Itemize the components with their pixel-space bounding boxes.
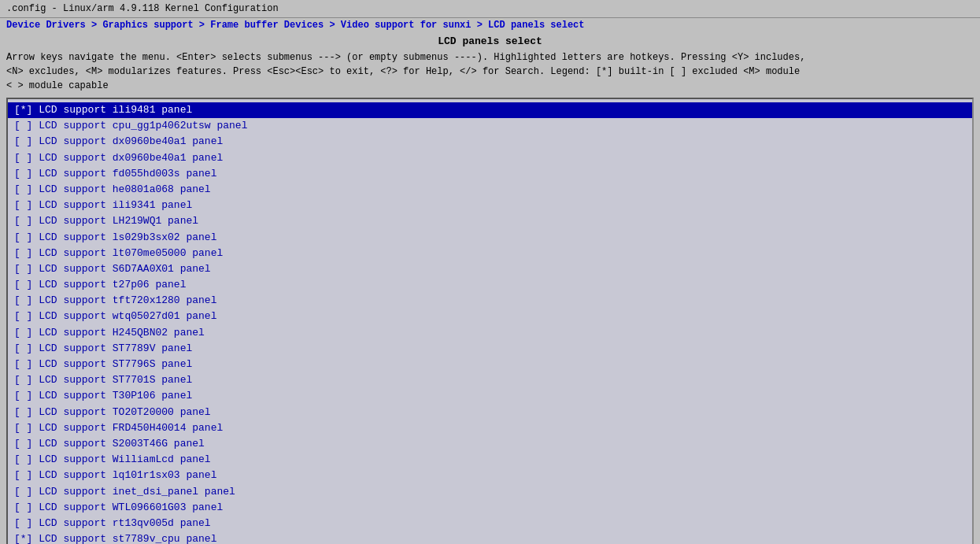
menu-item-ST7701S[interactable]: [ ] LCD support ST7701S panel bbox=[8, 372, 972, 388]
menu-item-label: LCD support T30P106 panel bbox=[32, 390, 192, 402]
menu-item-dx0960be40a1_2[interactable]: [ ] LCD support dx0960be40a1 panel bbox=[8, 150, 972, 166]
menu-item-label: LCD support ili9481 panel bbox=[32, 104, 192, 116]
menu-item-WilliamLcd[interactable]: [ ] LCD support WilliamLcd panel bbox=[8, 452, 972, 468]
menu-item-label: LCD support fd055hd003s panel bbox=[32, 168, 216, 179]
menu-item-prefix: [*] bbox=[14, 104, 32, 116]
menu-item-rt13qv005d[interactable]: [ ] LCD support rt13qv005d panel bbox=[8, 516, 972, 531]
menu-item-prefix: [ ] bbox=[14, 152, 32, 164]
menu-item-prefix: [ ] bbox=[14, 390, 32, 402]
menu-item-label: LCD support lq101r1sx03 panel bbox=[32, 469, 216, 481]
menu-item-label: LCD support cpu_gg1p4062utsw panel bbox=[32, 120, 247, 131]
menu-item-LH219WQ1[interactable]: [ ] LCD support LH219WQ1 panel bbox=[8, 213, 972, 229]
menu-item-label: LCD support TO20T20000 panel bbox=[32, 406, 210, 418]
menu-item-tft720x1280[interactable]: [ ] LCD support tft720x1280 panel bbox=[8, 293, 972, 309]
menu-item-lt070me05000[interactable]: [ ] LCD support lt070me05000 panel bbox=[8, 246, 972, 261]
breadcrumb-text: Device Drivers > Graphics support > Fram… bbox=[6, 20, 585, 31]
menu-item-prefix: [ ] bbox=[14, 501, 32, 513]
menu-item-wtq05027d01[interactable]: [ ] LCD support wtq05027d01 panel bbox=[8, 309, 972, 324]
menu-item-S6D7AA0X01[interactable]: [ ] LCD support S6D7AA0X01 panel bbox=[8, 261, 972, 277]
menu-item-prefix: [ ] bbox=[14, 120, 32, 131]
menu-item-prefix: [ ] bbox=[14, 422, 32, 434]
menu-item-ili9341[interactable]: [ ] LCD support ili9341 panel bbox=[8, 198, 972, 213]
menu-item-lq101r1sx03[interactable]: [ ] LCD support lq101r1sx03 panel bbox=[8, 468, 972, 483]
menu-item-label: LCD support ili9341 panel bbox=[32, 199, 192, 211]
main-content: LCD panels select Arrow keys navigate th… bbox=[0, 32, 980, 544]
menu-item-label: LCD support LH219WQ1 panel bbox=[32, 215, 198, 227]
menu-item-inet_dsi_panel[interactable]: [ ] LCD support inet_dsi_panel panel bbox=[8, 484, 972, 500]
menu-item-prefix: [ ] bbox=[14, 438, 32, 450]
help-text: Arrow keys navigate the menu. <Enter> se… bbox=[6, 50, 974, 93]
menu-item-dx0960be40a1_1[interactable]: [ ] LCD support dx0960be40a1 panel bbox=[8, 134, 972, 150]
menu-item-prefix: [ ] bbox=[14, 183, 32, 195]
menu-item-S2003T46G[interactable]: [ ] LCD support S2003T46G panel bbox=[8, 436, 972, 452]
menu-item-label: LCD support dx0960be40a1 panel bbox=[32, 135, 223, 147]
menu-item-prefix: [ ] bbox=[14, 279, 32, 291]
title-bar: .config - Linux/arm 4.9.118 Kernel Confi… bbox=[0, 0, 980, 18]
panel-title: LCD panels select bbox=[6, 35, 974, 47]
menu-item-ili9481[interactable]: [*] LCD support ili9481 panel bbox=[8, 102, 972, 118]
menu-item-label: LCD support wtq05027d01 panel bbox=[32, 310, 216, 322]
menu-item-FRD450H40014[interactable]: [ ] LCD support FRD450H40014 panel bbox=[8, 420, 972, 436]
menu-item-prefix: [ ] bbox=[14, 342, 32, 354]
menu-item-prefix: [ ] bbox=[14, 469, 32, 481]
menu-item-label: LCD support S2003T46G panel bbox=[32, 438, 204, 450]
menu-item-prefix: [ ] bbox=[14, 215, 32, 227]
menu-item-label: LCD support st7789v_cpu panel bbox=[32, 533, 216, 544]
menu-item-prefix: [ ] bbox=[14, 453, 32, 465]
menu-item-label: LCD support tft720x1280 panel bbox=[32, 294, 216, 306]
menu-item-prefix: [ ] bbox=[14, 327, 32, 339]
breadcrumb-bar: Device Drivers > Graphics support > Fram… bbox=[0, 18, 980, 32]
menu-item-prefix: [ ] bbox=[14, 358, 32, 370]
menu-item-ST7796S[interactable]: [ ] LCD support ST7796S panel bbox=[8, 357, 972, 372]
menu-item-prefix: [ ] bbox=[14, 294, 32, 306]
menu-item-label: LCD support rt13qv005d panel bbox=[32, 517, 210, 529]
menu-item-H245QBN02[interactable]: [ ] LCD support H245QBN02 panel bbox=[8, 325, 972, 341]
menu-item-prefix: [ ] bbox=[14, 406, 32, 418]
menu-item-prefix: [ ] bbox=[14, 168, 32, 179]
menu-item-label: LCD support H245QBN02 panel bbox=[32, 327, 204, 339]
menu-item-ST7789V[interactable]: [ ] LCD support ST7789V panel bbox=[8, 341, 972, 357]
menu-item-t27p06[interactable]: [ ] LCD support t27p06 panel bbox=[8, 277, 972, 293]
menu-item-prefix: [ ] bbox=[14, 199, 32, 211]
menu-item-prefix: [ ] bbox=[14, 247, 32, 259]
menu-item-label: LCD support dx0960be40a1 panel bbox=[32, 152, 223, 164]
menu-item-prefix: [ ] bbox=[14, 486, 32, 498]
menu-item-label: LCD support ST7701S panel bbox=[32, 374, 192, 386]
menu-item-cpu_gg1p4062utsw[interactable]: [ ] LCD support cpu_gg1p4062utsw panel bbox=[8, 118, 972, 134]
menu-item-label: LCD support ST7796S panel bbox=[32, 358, 192, 370]
menu-item-prefix: [ ] bbox=[14, 517, 32, 529]
menu-item-ls029b3sx02[interactable]: [ ] LCD support ls029b3sx02 panel bbox=[8, 230, 972, 246]
menu-item-prefix: [ ] bbox=[14, 263, 32, 275]
menu-item-label: LCD support FRD450H40014 panel bbox=[32, 422, 223, 434]
menu-item-prefix: [ ] bbox=[14, 374, 32, 386]
menu-item-label: LCD support S6D7AA0X01 panel bbox=[32, 263, 210, 275]
menu-container[interactable]: [*] LCD support ili9481 panel[ ] LCD sup… bbox=[6, 98, 974, 544]
menu-item-fd055hd003s[interactable]: [ ] LCD support fd055hd003s panel bbox=[8, 166, 972, 182]
menu-item-prefix: [*] bbox=[14, 533, 32, 544]
menu-item-he0801a068[interactable]: [ ] LCD support he0801a068 panel bbox=[8, 182, 972, 198]
title-text: .config - Linux/arm 4.9.118 Kernel Confi… bbox=[6, 3, 279, 14]
menu-item-label: LCD support lt070me05000 panel bbox=[32, 247, 223, 259]
menu-item-TO20T20000[interactable]: [ ] LCD support TO20T20000 panel bbox=[8, 405, 972, 420]
menu-item-prefix: [ ] bbox=[14, 135, 32, 147]
menu-item-prefix: [ ] bbox=[14, 310, 32, 322]
menu-item-label: LCD support ST7789V panel bbox=[32, 342, 192, 354]
menu-item-T30P106[interactable]: [ ] LCD support T30P106 panel bbox=[8, 388, 972, 404]
menu-item-label: LCD support WTL096601G03 panel bbox=[32, 501, 223, 513]
menu-item-label: LCD support ls029b3sx02 panel bbox=[32, 231, 216, 243]
menu-item-prefix: [ ] bbox=[14, 231, 32, 243]
menu-item-WTL096601G03[interactable]: [ ] LCD support WTL096601G03 panel bbox=[8, 500, 972, 516]
menu-item-st7789v_cpu[interactable]: [*] LCD support st7789v_cpu panel bbox=[8, 531, 972, 544]
menu-item-label: LCD support he0801a068 panel bbox=[32, 183, 210, 195]
app-window: .config - Linux/arm 4.9.118 Kernel Confi… bbox=[0, 0, 980, 544]
menu-item-label: LCD support inet_dsi_panel panel bbox=[32, 486, 235, 498]
menu-item-label: LCD support WilliamLcd panel bbox=[32, 453, 210, 465]
menu-item-label: LCD support t27p06 panel bbox=[32, 279, 186, 291]
